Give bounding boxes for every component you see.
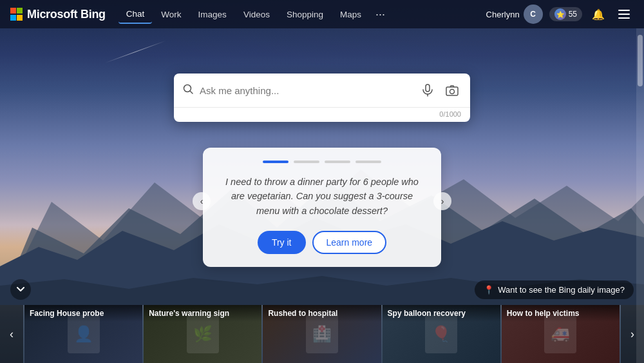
svg-rect-4 bbox=[618, 10, 630, 11]
news-card-5[interactable]: 🚑 How to help victims bbox=[502, 305, 620, 363]
prompt-text: I need to throw a dinner party for 6 peo… bbox=[218, 175, 426, 218]
svg-point-12 bbox=[450, 90, 455, 94]
scrollbar-thumb[interactable] bbox=[638, 35, 643, 86]
hamburger-menu-button[interactable] bbox=[614, 5, 634, 24]
notification-button[interactable]: 🔔 bbox=[589, 5, 608, 24]
dot-3 bbox=[325, 161, 350, 163]
news-prev-button[interactable]: ‹ bbox=[0, 305, 23, 363]
hamburger-icon bbox=[618, 10, 630, 19]
nav-right: Cherlynn C ⭐ 55 🔔 bbox=[486, 5, 634, 24]
bottom-section: 📍 Want to see the Bing daily image? ‹ 👤 … bbox=[0, 274, 644, 363]
char-counter: 0/1000 bbox=[174, 108, 470, 122]
nav-maps[interactable]: Maps bbox=[332, 6, 369, 23]
bottom-controls: 📍 Want to see the Bing daily image? bbox=[0, 274, 644, 305]
search-icon bbox=[183, 84, 193, 97]
avatar: C bbox=[524, 5, 543, 24]
notification-icon: 🔔 bbox=[592, 8, 605, 21]
news-cards: 👤 Facing House probe 🌿 Nature's warning … bbox=[24, 305, 620, 363]
news-card-title-1: Facing House probe bbox=[24, 305, 142, 322]
next-prompt-button[interactable]: › bbox=[433, 192, 451, 210]
progress-indicator bbox=[218, 161, 426, 163]
nav-images[interactable]: Images bbox=[191, 6, 234, 23]
user-info[interactable]: Cherlynn C bbox=[486, 5, 543, 24]
chevron-down-icon bbox=[17, 287, 24, 292]
daily-image-button[interactable]: 📍 Want to see the Bing daily image? bbox=[475, 280, 634, 299]
rewards-badge[interactable]: ⭐ 55 bbox=[549, 7, 582, 21]
dot-4 bbox=[355, 161, 381, 163]
svg-line-8 bbox=[190, 91, 193, 93]
camera-button[interactable] bbox=[443, 81, 461, 99]
news-card-1[interactable]: 👤 Facing House probe bbox=[24, 305, 142, 363]
search-input[interactable] bbox=[200, 85, 412, 96]
rewards-count: 55 bbox=[569, 10, 577, 19]
learn-more-button[interactable]: Learn more bbox=[312, 231, 387, 254]
nav-chat[interactable]: Chat bbox=[118, 5, 153, 24]
news-card-title-2: Nature's warning sign bbox=[144, 305, 261, 322]
news-strip: ‹ 👤 Facing House probe 🌿 Nature's warnin… bbox=[0, 305, 644, 363]
expand-button[interactable] bbox=[10, 279, 31, 300]
rewards-icon: ⭐ bbox=[554, 8, 566, 20]
scrollbar[interactable] bbox=[636, 28, 644, 363]
prompt-actions: Try it Learn more bbox=[218, 231, 426, 254]
nav-videos[interactable]: Videos bbox=[236, 6, 278, 23]
logo-text: Microsoft Bing bbox=[27, 8, 106, 21]
svg-rect-9 bbox=[426, 84, 430, 92]
dot-2 bbox=[294, 161, 319, 163]
news-card-2[interactable]: 🌿 Nature's warning sign bbox=[144, 305, 261, 363]
nav-links: Chat Work Images Videos Shopping Maps ··… bbox=[118, 5, 484, 24]
logo-area[interactable]: Microsoft Bing bbox=[10, 8, 106, 21]
svg-rect-6 bbox=[618, 17, 630, 19]
microsoft-logo bbox=[10, 8, 23, 21]
try-it-button[interactable]: Try it bbox=[258, 231, 306, 254]
user-name: Cherlynn bbox=[486, 10, 520, 19]
microphone-button[interactable] bbox=[419, 81, 437, 99]
navbar: Microsoft Bing Chat Work Images Videos S… bbox=[0, 0, 644, 28]
prev-prompt-button[interactable]: ‹ bbox=[193, 192, 211, 210]
news-card-title-3: Rushed to hospital bbox=[263, 305, 381, 322]
svg-rect-5 bbox=[618, 14, 630, 15]
prompt-wrapper: ‹ I need to throw a dinner party for 6 p… bbox=[203, 135, 441, 267]
news-card-title-4: Spy balloon recovery bbox=[383, 305, 500, 322]
nav-work[interactable]: Work bbox=[153, 6, 189, 23]
nav-more-button[interactable]: ··· bbox=[370, 5, 390, 24]
prompt-card: I need to throw a dinner party for 6 peo… bbox=[203, 148, 441, 267]
daily-image-text: Want to see the Bing daily image? bbox=[498, 285, 625, 295]
news-card-title-5: How to help victims bbox=[502, 305, 620, 322]
search-bar bbox=[174, 74, 470, 108]
news-card-4[interactable]: 🎈 Spy balloon recovery bbox=[383, 305, 500, 363]
location-icon: 📍 bbox=[484, 285, 494, 295]
search-container: 0/1000 bbox=[174, 74, 470, 122]
nav-shopping[interactable]: Shopping bbox=[279, 6, 331, 23]
news-card-3[interactable]: 🏥 Rushed to hospital bbox=[263, 305, 381, 363]
dot-1 bbox=[263, 161, 289, 163]
